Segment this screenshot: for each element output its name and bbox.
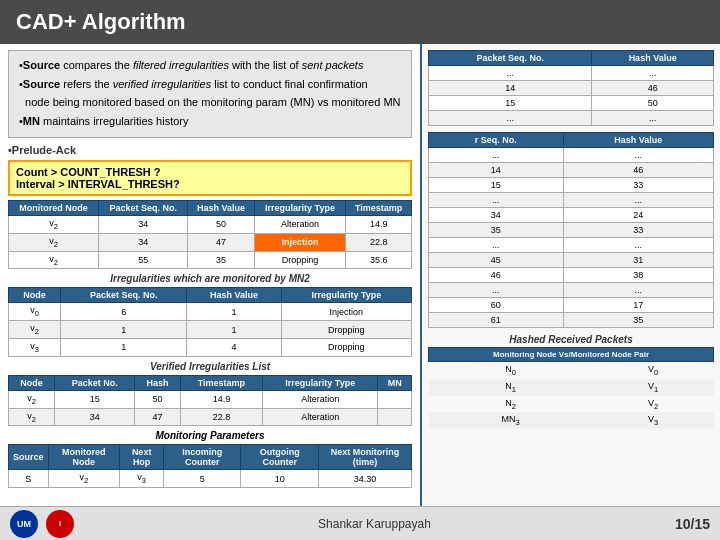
logo-other: i	[46, 510, 74, 538]
table-row: v2 34 47 22.8 Alteration	[9, 408, 412, 426]
bottom-bar: UM i Shankar Karuppayah 10/15	[0, 506, 720, 540]
node-pairs-table: Monitoring Node Vs/Monitored Node Pair N…	[428, 347, 714, 429]
presenter-name: Shankar Karuppayah	[318, 517, 431, 531]
page-title: CAD+ Algorithm	[16, 9, 186, 35]
thresh-line2: Interval > INTERVAL_THRESH?	[16, 178, 404, 190]
table-row: ... ...	[429, 238, 714, 253]
prelude-label: •Prelude-Ack	[8, 144, 412, 156]
table-row: ... ...	[429, 66, 714, 81]
table-row: 34 24	[429, 208, 714, 223]
table-row: ... ...	[429, 283, 714, 298]
verified-title: Verified Irregularities List	[8, 361, 412, 372]
threshold-box: Count > COUNT_THRESH ? Interval > INTERV…	[8, 160, 412, 196]
bullet-3: node being monitored based on the monito…	[19, 94, 401, 111]
table-row: ... ...	[429, 111, 714, 126]
logo-um: UM	[10, 510, 38, 538]
table-row: MN3 V3	[429, 412, 714, 429]
monitoring-params-title: Monitoring Parameters	[8, 430, 412, 441]
page-header: CAD+ Algorithm	[0, 0, 720, 44]
table-row: v2 1 1 Dropping	[9, 321, 412, 339]
verified-table: Node Packet No. Hash Timestamp Irregular…	[8, 375, 412, 427]
table-row: 14 46	[429, 81, 714, 96]
monitoring-params-table: Source Monitored Node Next Hop Incoming …	[8, 444, 412, 488]
page-number: 10/15	[675, 516, 710, 532]
table-row: ... ...	[429, 148, 714, 163]
sent-packets-table: Packet Seq. No. Hash Value ... ... 14 46…	[428, 50, 714, 126]
table-row: v2 34 50 Alteration 14.9	[9, 216, 412, 234]
bullet-4: •MN maintains irregularities history	[19, 113, 401, 130]
table-row: 35 33	[429, 223, 714, 238]
logo-area: UM i	[10, 510, 74, 538]
col-monitored-node: Monitored Node	[9, 201, 99, 216]
table-row: ... ...	[429, 193, 714, 208]
table-row: v3 1 4 Dropping	[9, 338, 412, 356]
col-hash: Hash Value	[188, 201, 254, 216]
table-row: 45 31	[429, 253, 714, 268]
col-packet-seq: Packet Seq. No.	[99, 201, 188, 216]
bullet-points: •Source compares the filtered irregulari…	[8, 50, 412, 138]
table-row: 61 35	[429, 313, 714, 328]
table-row: v2 34 47 Injection 22.8	[9, 233, 412, 251]
table-row: 60 17	[429, 298, 714, 313]
hashed-title: Hashed Received Packets	[428, 334, 714, 345]
table-row: 14 46	[429, 163, 714, 178]
table-row: N0 V0	[429, 362, 714, 379]
table-row: v2 15 50 14.9 Alteration	[9, 390, 412, 408]
irregularities-table: Monitored Node Packet Seq. No. Hash Valu…	[8, 200, 412, 269]
mn2-table: Node Packet Seq. No. Hash Value Irregula…	[8, 287, 412, 356]
mn2-title: Irregularities which are monitored by MN…	[8, 273, 412, 284]
col-irr-type: Irregularity Type	[254, 201, 346, 216]
bullet-1: •Source compares the filtered irregulari…	[19, 57, 401, 74]
main-content: •Source compares the filtered irregulari…	[0, 44, 720, 540]
table-row: v2 55 35 Dropping 35.6	[9, 251, 412, 269]
table-row: N2 V2	[429, 396, 714, 413]
thresh-line1: Count > COUNT_THRESH ?	[16, 166, 404, 178]
table-row: 15 33	[429, 178, 714, 193]
right-panel: Packet Seq. No. Hash Value ... ... 14 46…	[420, 44, 720, 540]
table-row: S v2 v3 5 10 34.30	[9, 470, 412, 488]
left-panel: •Source compares the filtered irregulari…	[0, 44, 420, 540]
table-row: v0 6 1 Injection	[9, 303, 412, 321]
received-packets-table: r Seq. No. Hash Value ... ... 14 46 15 3…	[428, 132, 714, 328]
col-timestamp: Timestamp	[346, 201, 412, 216]
bullet-2: •Source refers the verified irregulariti…	[19, 76, 401, 93]
table-row: 46 38	[429, 268, 714, 283]
table-row: 15 50	[429, 96, 714, 111]
table-row: N1 V1	[429, 379, 714, 396]
